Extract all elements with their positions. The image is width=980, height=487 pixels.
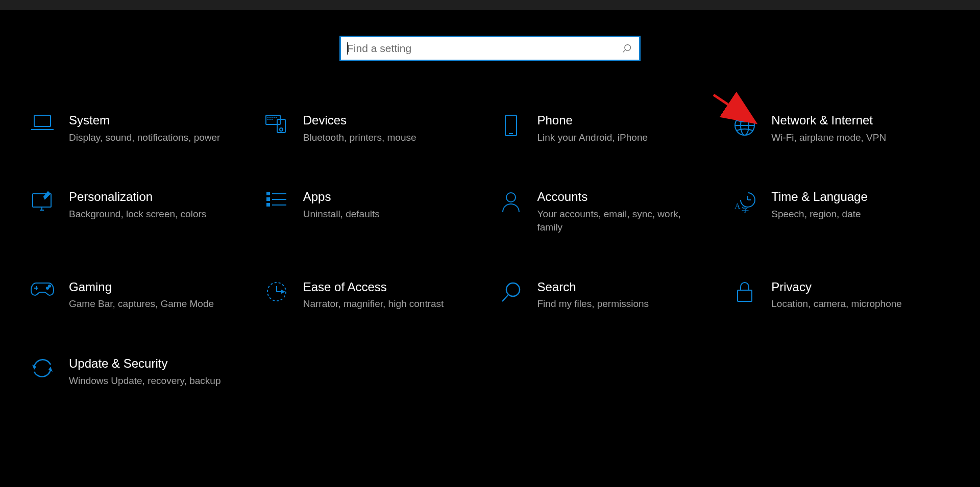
list-icon [262,190,291,208]
tile-desc: Background, lock screen, colors [69,208,206,221]
brush-icon [28,190,57,211]
settings-grid: System Display, sound, notifications, po… [0,113,980,387]
svg-point-35 [48,285,51,287]
tile-desc: Speech, region, date [771,208,868,221]
svg-point-42 [506,283,520,296]
tile-title: Apps [303,190,380,204]
svg-rect-10 [267,119,268,120]
gamepad-icon [28,280,57,297]
time-language-icon: A 字 [730,190,759,213]
search-icon [497,280,525,302]
svg-rect-23 [267,192,270,195]
svg-rect-12 [272,119,273,120]
tile-title: Phone [537,113,648,128]
sync-icon [28,356,57,379]
search-input[interactable] [341,42,622,55]
search-box[interactable] [339,36,641,61]
tile-phone[interactable]: Phone Link your Android, iPhone [497,113,731,144]
svg-rect-24 [267,198,270,200]
tile-desc: Game Bar, captures, Game Mode [69,297,214,311]
tile-devices[interactable]: Devices Bluetooth, printers, mouse [262,113,497,144]
search-icon[interactable] [622,43,639,54]
tile-desc: Windows Update, recovery, backup [69,374,220,388]
tile-desc: Link your Android, iPhone [537,131,648,144]
globe-icon [730,113,759,137]
tile-system[interactable]: System Display, sound, notifications, po… [28,113,262,144]
tile-time[interactable]: A 字 Time & Language Speech, region, date [730,190,965,234]
laptop-icon [28,113,57,132]
tile-search[interactable]: Search Find my files, permissions [497,280,731,311]
tile-title: System [69,113,220,128]
svg-text:A: A [734,202,741,211]
tile-desc: Wi-Fi, airplane mode, VPN [771,131,886,144]
tile-title: Accounts [537,190,706,204]
search-container [0,36,980,61]
tile-update[interactable]: Update & Security Windows Update, recove… [28,356,273,387]
tile-title: Privacy [771,280,902,295]
row-3: Update & Security Windows Update, recove… [28,356,965,387]
tile-title: Update & Security [69,356,220,371]
row-1: Personalization Background, lock screen,… [28,190,965,234]
lock-icon [730,280,759,303]
tile-desc: Narrator, magnifier, high contrast [303,297,444,311]
person-icon [497,190,525,213]
svg-line-1 [623,50,625,52]
svg-rect-25 [267,203,270,206]
devices-icon [262,113,291,134]
tile-title: Ease of Access [303,280,444,295]
tile-desc: Bluetooth, printers, mouse [303,131,416,144]
svg-point-14 [280,128,283,131]
svg-rect-7 [272,117,273,118]
tile-desc: Uninstall, defaults [303,208,380,221]
svg-point-0 [625,45,631,51]
svg-rect-44 [738,290,752,301]
tile-title: Gaming [69,280,214,295]
ease-of-access-icon [262,280,291,302]
svg-point-34 [46,287,48,289]
tile-desc: Find my files, permissions [537,297,649,311]
tile-gaming[interactable]: Gaming Game Bar, captures, Game Mode [28,280,262,311]
svg-marker-41 [281,290,285,294]
svg-rect-11 [270,119,271,120]
tile-title: Personalization [69,190,206,204]
settings-content: System Display, sound, notifications, po… [0,10,980,387]
row-0: System Display, sound, notifications, po… [28,113,965,144]
phone-icon [497,113,525,137]
tile-desc: Your accounts, email, sync, work, family [537,208,706,234]
tile-title: Devices [303,113,416,128]
tile-accounts[interactable]: Accounts Your accounts, email, sync, wor… [497,190,731,234]
tile-apps[interactable]: Apps Uninstall, defaults [262,190,497,234]
svg-rect-9 [276,117,277,118]
svg-text:字: 字 [742,206,749,213]
svg-rect-8 [274,117,275,118]
row-2: Gaming Game Bar, captures, Game Mode Eas… [28,280,965,311]
text-cursor [347,42,348,55]
tile-title: Search [537,280,649,295]
svg-rect-15 [505,115,517,136]
tile-title: Time & Language [771,190,868,204]
tile-desc: Display, sound, notifications, power [69,131,220,144]
tile-personalization[interactable]: Personalization Background, lock screen,… [28,190,262,234]
tile-title: Network & Internet [771,113,886,128]
tile-ease[interactable]: Ease of Access Narrator, magnifier, high… [262,280,497,311]
tile-privacy[interactable]: Privacy Location, camera, microphone [730,280,965,311]
svg-rect-6 [270,117,271,118]
titlebar [0,0,980,10]
svg-line-43 [502,295,508,301]
svg-rect-5 [267,117,268,118]
svg-rect-2 [34,115,51,126]
tile-desc: Location, camera, microphone [771,297,902,311]
tile-network[interactable]: Network & Internet Wi-Fi, airplane mode,… [730,113,965,144]
svg-point-29 [506,193,516,202]
